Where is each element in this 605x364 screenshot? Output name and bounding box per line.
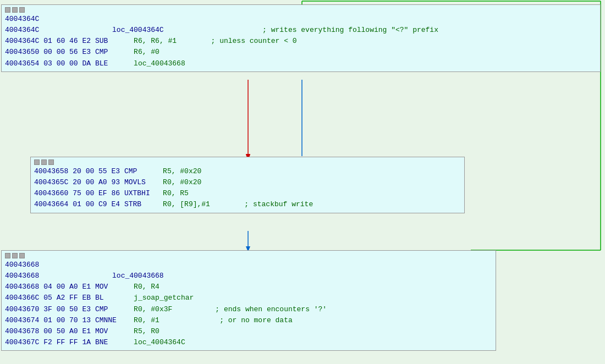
block1-titlebar (5, 7, 597, 13)
asm-line-b1-1: 4004364C loc_4004364C ; writes everythin… (5, 25, 597, 36)
block2-titlebar (34, 159, 461, 165)
title-btn-6[interactable] (48, 159, 54, 165)
title-btn-1[interactable] (5, 7, 10, 13)
title-btn-8[interactable] (12, 253, 18, 258)
title-btn-5[interactable] (41, 159, 47, 165)
title-btn-7[interactable] (5, 253, 10, 258)
block3-titlebar (5, 253, 492, 258)
asm-line-b2-1: 4004365C 20 00 A0 93 MOVLS R0, #0x20 (34, 177, 461, 188)
asm-line-b2-0: 40043658 20 00 55 E3 CMP R5, #0x20 (34, 166, 461, 177)
asm-line-b2-2: 40043660 75 00 EF 86 UXTBHI R0, R5 (34, 188, 461, 199)
asm-line-b3-7: 4004367C F2 FF FF 1A BNE loc_4004364C (5, 337, 492, 348)
asm-line-b3-5: 40043674 01 00 70 13 CMNNE R0, #1 ; or n… (5, 315, 492, 326)
asm-line-b3-2: 40043668 04 00 A0 E1 MOV R0, R4 (5, 282, 492, 293)
title-btn-9[interactable] (19, 253, 25, 258)
asm-line-b3-6: 40043678 00 50 A0 E1 MOV R5, R0 (5, 326, 492, 337)
asm-line-b3-4: 40043670 3F 00 50 E3 CMP R0, #0x3F ; end… (5, 304, 492, 315)
title-btn-3[interactable] (19, 7, 25, 13)
asm-line-b3-3: 4004366C 05 A2 FF EB BL j_soap_getchar (5, 293, 492, 304)
asm-line-b3-1: 40043668 loc_40043668 (5, 271, 492, 282)
title-btn-4[interactable] (34, 159, 40, 165)
block1: 4004364C 4004364C loc_4004364C ; writes … (1, 4, 601, 72)
block3: 40043668 40043668 loc_40043668 40043668 … (1, 250, 496, 351)
title-btn-2[interactable] (12, 7, 18, 13)
block2: 40043658 20 00 55 E3 CMP R5, #0x20 40043… (30, 157, 465, 213)
asm-line-b1-3: 40043650 00 00 56 E3 CMP R6, #0 (5, 47, 597, 58)
asm-line-b2-3: 40043664 01 00 C9 E4 STRB R0, [R9],#1 ; … (34, 199, 461, 210)
asm-line-b3-0: 40043668 (5, 260, 492, 271)
asm-line-b1-4: 40043654 03 00 00 DA BLE loc_40043668 (5, 58, 597, 69)
asm-line-b1-0: 4004364C (5, 14, 597, 25)
asm-line-b1-2: 4004364C 01 60 46 E2 SUB R6, R6, #1 ; un… (5, 36, 597, 47)
